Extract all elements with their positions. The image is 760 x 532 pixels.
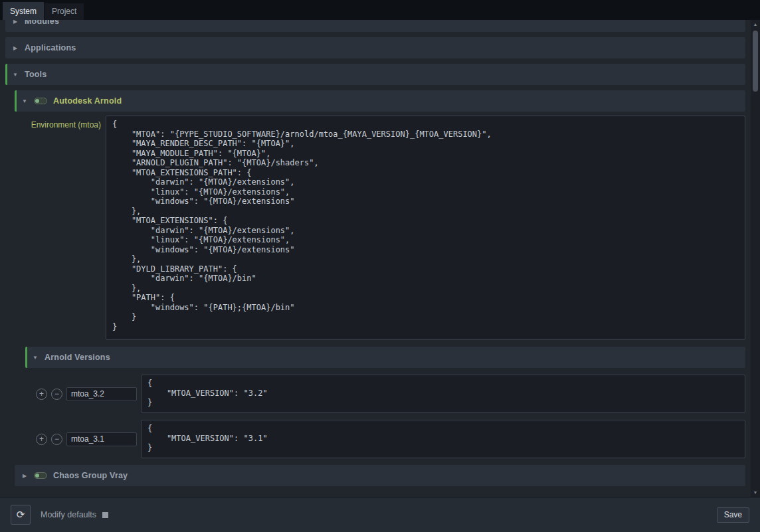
- toggle-knob: [35, 474, 39, 478]
- scrollbar-thumb[interactable]: [753, 31, 758, 92]
- autodesk-arnold-title: Autodesk Arnold: [53, 96, 122, 106]
- environment-mtoa-label: Environment (mtoa): [23, 116, 101, 130]
- section-autodesk-arnold: ▼ Autodesk Arnold Environment (mtoa) { "…: [15, 90, 745, 458]
- footer: ⟳ Modify defaults Save: [0, 497, 760, 532]
- section-tools: ▼ Tools ▼ Autodesk Arnold: [5, 64, 745, 486]
- remove-version-button[interactable]: −: [51, 434, 62, 445]
- add-version-button[interactable]: +: [36, 389, 47, 400]
- arnold-version-row: + − { "MTOA_VERSION": "3.2" }: [36, 375, 745, 413]
- version-key-input[interactable]: [66, 387, 137, 401]
- arnold-versions-title: Arnold Versions: [45, 353, 110, 362]
- scroll-up-arrow-icon[interactable]: ▲: [751, 20, 760, 29]
- expand-arrow-icon: ▼: [21, 98, 28, 104]
- tab-bar: System Project: [0, 0, 760, 20]
- add-version-button[interactable]: +: [36, 434, 47, 445]
- section-tools-title: Tools: [25, 70, 47, 79]
- vertical-scrollbar[interactable]: ▲ ▼: [751, 20, 760, 497]
- section-tools-body: ▼ Autodesk Arnold Environment (mtoa) { "…: [5, 90, 745, 486]
- version-value-textarea[interactable]: { "MTOA_VERSION": "3.2" }: [141, 375, 745, 413]
- refresh-button[interactable]: ⟳: [11, 505, 31, 525]
- section-applications: ▶ Applications: [5, 37, 745, 58]
- arnold-versions-header[interactable]: ▼ Arnold Versions: [25, 347, 745, 368]
- collapse-arrow-icon: ▶: [12, 45, 19, 51]
- save-button[interactable]: Save: [717, 507, 749, 523]
- section-arnold-versions: ▼ Arnold Versions + − { "MTOA_VERSION": …: [25, 347, 745, 458]
- collapse-arrow-icon: ▶: [12, 20, 19, 25]
- settings-window: System Project ▶ Modules ▶ Applications: [0, 0, 760, 532]
- chaos-group-vray-title: Chaos Group Vray: [53, 471, 128, 480]
- version-key-input[interactable]: [66, 432, 137, 446]
- environment-field-row: Environment (mtoa) { "MTOA": "{PYPE_STUD…: [23, 116, 745, 340]
- refresh-icon: ⟳: [17, 509, 25, 521]
- collapse-arrow-icon: ▶: [21, 473, 28, 479]
- settings-sections: ▶ Modules ▶ Applications ▼ Tools: [0, 20, 751, 497]
- arnold-version-row: + − { "MTOA_VERSION": "3.1" }: [36, 420, 745, 458]
- toggle-knob: [35, 99, 39, 103]
- settings-scroll-area: ▶ Modules ▶ Applications ▼ Tools: [0, 20, 760, 497]
- expand-arrow-icon: ▼: [12, 72, 19, 78]
- scroll-down-arrow-icon[interactable]: ▼: [751, 488, 760, 497]
- section-modules-header[interactable]: ▶ Modules: [5, 20, 745, 32]
- section-chaos-group-vray: ▶ Chaos Group Vray: [15, 465, 745, 486]
- vray-enabled-toggle[interactable]: [34, 472, 47, 479]
- section-applications-title: Applications: [25, 43, 76, 52]
- version-value-textarea[interactable]: { "MTOA_VERSION": "3.1" }: [141, 420, 745, 458]
- section-tools-header[interactable]: ▼ Tools: [5, 64, 745, 85]
- arnold-versions-body: + − { "MTOA_VERSION": "3.2" } + −: [25, 375, 745, 458]
- modify-defaults-checkbox[interactable]: [102, 512, 108, 518]
- section-applications-header[interactable]: ▶ Applications: [5, 37, 745, 58]
- expand-arrow-icon: ▼: [32, 355, 39, 361]
- modify-defaults-label: Modify defaults: [41, 510, 96, 519]
- chaos-group-vray-header[interactable]: ▶ Chaos Group Vray: [15, 465, 745, 486]
- autodesk-arnold-body: Environment (mtoa) { "MTOA": "{PYPE_STUD…: [15, 116, 745, 458]
- arnold-enabled-toggle[interactable]: [34, 98, 47, 104]
- environment-mtoa-textarea[interactable]: { "MTOA": "{PYPE_STUDIO_SOFTWARE}/arnold…: [106, 116, 745, 340]
- section-modules-title: Modules: [25, 20, 59, 26]
- remove-version-button[interactable]: −: [51, 389, 62, 400]
- section-modules: ▶ Modules: [5, 20, 745, 32]
- autodesk-arnold-header[interactable]: ▼ Autodesk Arnold: [15, 90, 745, 112]
- tab-system[interactable]: System: [3, 2, 44, 20]
- tab-project[interactable]: Project: [45, 3, 84, 20]
